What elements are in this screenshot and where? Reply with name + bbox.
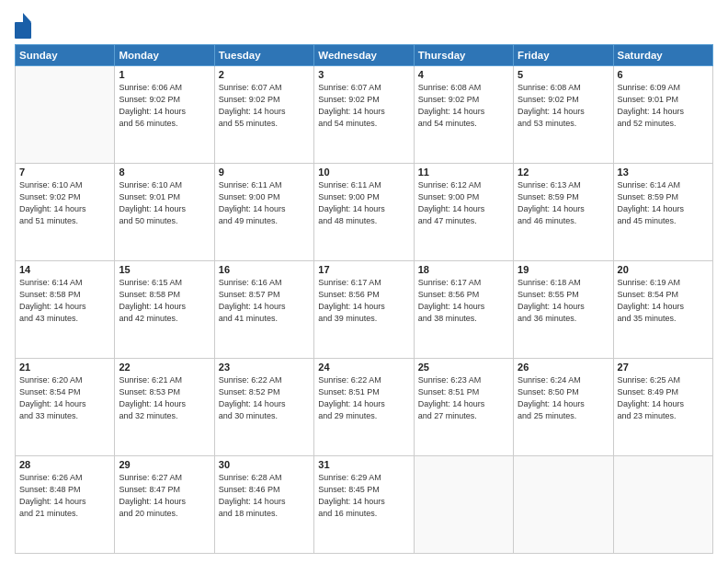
cell-info: Sunrise: 6:11 AMSunset: 9:00 PMDaylight:… [219, 179, 310, 227]
svg-rect-1 [15, 22, 31, 39]
cell-info: Sunrise: 6:08 AMSunset: 9:02 PMDaylight:… [518, 82, 609, 130]
calendar-day-header: Sunday [16, 45, 115, 66]
cell-info: Sunrise: 6:07 AMSunset: 9:02 PMDaylight:… [219, 82, 310, 130]
calendar-day-header: Saturday [613, 45, 712, 66]
day-number: 10 [318, 167, 409, 178]
cell-info: Sunrise: 6:22 AMSunset: 8:51 PMDaylight:… [318, 374, 409, 422]
cell-info: Sunrise: 6:21 AMSunset: 8:53 PMDaylight:… [119, 374, 210, 422]
day-number: 20 [618, 264, 709, 275]
cell-info: Sunrise: 6:19 AMSunset: 8:54 PMDaylight:… [618, 277, 709, 325]
day-number: 13 [618, 167, 709, 178]
calendar-header-row: SundayMondayTuesdayWednesdayThursdayFrid… [16, 45, 713, 66]
calendar-cell: 6Sunrise: 6:09 AMSunset: 9:01 PMDaylight… [613, 66, 712, 164]
day-number: 15 [119, 264, 210, 275]
day-number: 23 [219, 362, 310, 373]
calendar-cell: 25Sunrise: 6:23 AMSunset: 8:51 PMDayligh… [414, 359, 513, 456]
calendar-cell [514, 456, 613, 554]
calendar-cell: 1Sunrise: 6:06 AMSunset: 9:02 PMDaylight… [115, 66, 214, 164]
header [15, 9, 713, 39]
calendar-cell: 28Sunrise: 6:26 AMSunset: 8:48 PMDayligh… [16, 456, 115, 554]
calendar-cell: 27Sunrise: 6:25 AMSunset: 8:49 PMDayligh… [613, 359, 712, 456]
calendar-cell: 15Sunrise: 6:15 AMSunset: 8:58 PMDayligh… [115, 261, 214, 359]
calendar-cell: 8Sunrise: 6:10 AMSunset: 9:01 PMDaylight… [115, 164, 214, 261]
day-number: 30 [219, 459, 310, 470]
calendar-cell [16, 66, 115, 164]
calendar-cell: 24Sunrise: 6:22 AMSunset: 8:51 PMDayligh… [314, 359, 414, 456]
calendar-cell: 18Sunrise: 6:17 AMSunset: 8:56 PMDayligh… [414, 261, 513, 359]
cell-info: Sunrise: 6:13 AMSunset: 8:59 PMDaylight:… [518, 179, 609, 227]
cell-info: Sunrise: 6:20 AMSunset: 8:54 PMDaylight:… [19, 374, 110, 422]
calendar-cell: 21Sunrise: 6:20 AMSunset: 8:54 PMDayligh… [16, 359, 115, 456]
calendar-cell: 29Sunrise: 6:27 AMSunset: 8:47 PMDayligh… [115, 456, 214, 554]
calendar-cell: 13Sunrise: 6:14 AMSunset: 8:59 PMDayligh… [613, 164, 712, 261]
cell-info: Sunrise: 6:12 AMSunset: 9:00 PMDaylight:… [418, 179, 509, 227]
calendar-cell: 20Sunrise: 6:19 AMSunset: 8:54 PMDayligh… [613, 261, 712, 359]
day-number: 16 [219, 264, 310, 275]
calendar-cell: 10Sunrise: 6:11 AMSunset: 9:00 PMDayligh… [314, 164, 414, 261]
calendar-week-row: 14Sunrise: 6:14 AMSunset: 8:58 PMDayligh… [16, 261, 713, 359]
cell-info: Sunrise: 6:15 AMSunset: 8:58 PMDaylight:… [119, 277, 210, 325]
calendar-cell: 9Sunrise: 6:11 AMSunset: 9:00 PMDaylight… [214, 164, 313, 261]
day-number: 3 [318, 69, 409, 80]
calendar-cell: 30Sunrise: 6:28 AMSunset: 8:46 PMDayligh… [214, 456, 313, 554]
cell-info: Sunrise: 6:22 AMSunset: 8:52 PMDaylight:… [219, 374, 310, 422]
cell-info: Sunrise: 6:09 AMSunset: 9:01 PMDaylight:… [618, 82, 709, 130]
day-number: 9 [219, 167, 310, 178]
cell-info: Sunrise: 6:08 AMSunset: 9:02 PMDaylight:… [418, 82, 509, 130]
calendar-table: SundayMondayTuesdayWednesdayThursdayFrid… [15, 44, 713, 554]
cell-info: Sunrise: 6:27 AMSunset: 8:47 PMDaylight:… [119, 472, 210, 520]
day-number: 2 [219, 69, 310, 80]
calendar-week-row: 7Sunrise: 6:10 AMSunset: 9:02 PMDaylight… [16, 164, 713, 261]
cell-info: Sunrise: 6:10 AMSunset: 9:01 PMDaylight:… [119, 179, 210, 227]
day-number: 24 [318, 362, 409, 373]
calendar-cell: 17Sunrise: 6:17 AMSunset: 8:56 PMDayligh… [314, 261, 414, 359]
cell-info: Sunrise: 6:24 AMSunset: 8:50 PMDaylight:… [518, 374, 609, 422]
logo [15, 13, 34, 39]
calendar-week-row: 1Sunrise: 6:06 AMSunset: 9:02 PMDaylight… [16, 66, 713, 164]
cell-info: Sunrise: 6:10 AMSunset: 9:02 PMDaylight:… [19, 179, 110, 227]
calendar-cell: 7Sunrise: 6:10 AMSunset: 9:02 PMDaylight… [16, 164, 115, 261]
logo-icon [15, 13, 31, 39]
calendar-cell: 3Sunrise: 6:07 AMSunset: 9:02 PMDaylight… [314, 66, 414, 164]
day-number: 17 [318, 264, 409, 275]
cell-info: Sunrise: 6:23 AMSunset: 8:51 PMDaylight:… [418, 374, 509, 422]
svg-marker-0 [23, 13, 31, 22]
day-number: 1 [119, 69, 210, 80]
cell-info: Sunrise: 6:11 AMSunset: 9:00 PMDaylight:… [318, 179, 409, 227]
day-number: 26 [518, 362, 609, 373]
day-number: 29 [119, 459, 210, 470]
cell-info: Sunrise: 6:29 AMSunset: 8:45 PMDaylight:… [318, 472, 409, 520]
calendar-cell: 5Sunrise: 6:08 AMSunset: 9:02 PMDaylight… [514, 66, 613, 164]
calendar-week-row: 28Sunrise: 6:26 AMSunset: 8:48 PMDayligh… [16, 456, 713, 554]
calendar-cell: 16Sunrise: 6:16 AMSunset: 8:57 PMDayligh… [214, 261, 313, 359]
cell-info: Sunrise: 6:07 AMSunset: 9:02 PMDaylight:… [318, 82, 409, 130]
day-number: 11 [418, 167, 509, 178]
calendar-cell: 26Sunrise: 6:24 AMSunset: 8:50 PMDayligh… [514, 359, 613, 456]
cell-info: Sunrise: 6:14 AMSunset: 8:58 PMDaylight:… [19, 277, 110, 325]
calendar-day-header: Tuesday [214, 45, 313, 66]
calendar-day-header: Friday [514, 45, 613, 66]
calendar-cell: 11Sunrise: 6:12 AMSunset: 9:00 PMDayligh… [414, 164, 513, 261]
cell-info: Sunrise: 6:16 AMSunset: 8:57 PMDaylight:… [219, 277, 310, 325]
calendar-cell: 23Sunrise: 6:22 AMSunset: 8:52 PMDayligh… [214, 359, 313, 456]
calendar-cell: 2Sunrise: 6:07 AMSunset: 9:02 PMDaylight… [214, 66, 313, 164]
day-number: 12 [518, 167, 609, 178]
cell-info: Sunrise: 6:17 AMSunset: 8:56 PMDaylight:… [418, 277, 509, 325]
cell-info: Sunrise: 6:28 AMSunset: 8:46 PMDaylight:… [219, 472, 310, 520]
calendar-cell: 14Sunrise: 6:14 AMSunset: 8:58 PMDayligh… [16, 261, 115, 359]
calendar-cell: 22Sunrise: 6:21 AMSunset: 8:53 PMDayligh… [115, 359, 214, 456]
day-number: 8 [119, 167, 210, 178]
calendar-cell [414, 456, 513, 554]
cell-info: Sunrise: 6:26 AMSunset: 8:48 PMDaylight:… [19, 472, 110, 520]
calendar-cell: 12Sunrise: 6:13 AMSunset: 8:59 PMDayligh… [514, 164, 613, 261]
day-number: 28 [19, 459, 110, 470]
day-number: 19 [518, 264, 609, 275]
day-number: 21 [19, 362, 110, 373]
calendar-week-row: 21Sunrise: 6:20 AMSunset: 8:54 PMDayligh… [16, 359, 713, 456]
day-number: 7 [19, 167, 110, 178]
day-number: 5 [518, 69, 609, 80]
day-number: 4 [418, 69, 509, 80]
calendar-day-header: Thursday [414, 45, 513, 66]
cell-info: Sunrise: 6:06 AMSunset: 9:02 PMDaylight:… [119, 82, 210, 130]
day-number: 6 [618, 69, 709, 80]
